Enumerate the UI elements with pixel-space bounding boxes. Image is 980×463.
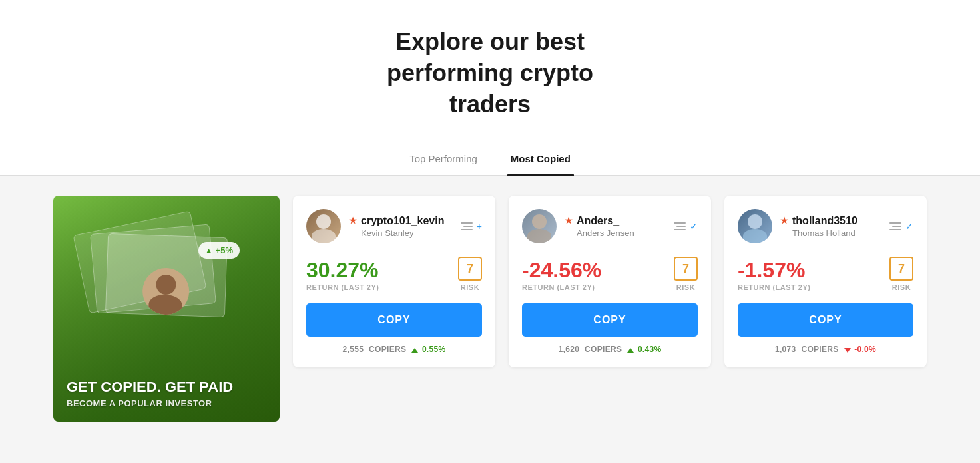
trader-info-1: ★ Anders_ Anders Jensen <box>522 209 634 243</box>
risk-label-1: RISK <box>674 283 698 291</box>
return-label-2: RETURN (LAST 2Y) <box>738 283 810 291</box>
menu-line-3b <box>889 229 901 230</box>
avatar-head-0 <box>316 214 331 229</box>
menu-line-2a <box>676 226 686 227</box>
menu-line-3 <box>461 229 473 230</box>
trader-avatar-2 <box>738 209 772 243</box>
trader-name-block-1: ★ Anders_ Anders Jensen <box>565 215 634 238</box>
tab-top-performing[interactable]: Top Performing <box>406 146 481 175</box>
trader-header-2: ★ tholland3510 Thomas Holland ✓ <box>738 209 913 243</box>
trader-card-2: ★ tholland3510 Thomas Holland ✓ <box>724 196 927 367</box>
trader-username-0: ★ crypto101_kevin <box>349 215 444 227</box>
main-title: Explore our best performing crypto trade… <box>13 27 967 120</box>
star-icon-1: ★ <box>565 216 573 226</box>
star-icon-2: ★ <box>780 216 788 226</box>
copiers-change-2: -0.0% <box>844 345 877 354</box>
arrow-up-icon-0 <box>411 348 418 353</box>
menu-check-icon-1: ✓ <box>690 221 698 232</box>
return-label-1: RETURN (LAST 2Y) <box>522 283 601 291</box>
risk-badge-2: 7 <box>889 257 913 281</box>
trader-header-1: ★ Anders_ Anders Jensen ✓ <box>522 209 698 243</box>
trader-name-block-0: ★ crypto101_kevin Kevin Stanley <box>349 215 444 238</box>
menu-check-icon-2: ✓ <box>905 221 913 232</box>
arrow-down-icon-2 <box>844 348 851 353</box>
content-area: ▲ +5% GET COPIED. GET PAID BECOME A POPU… <box>0 176 980 463</box>
avatar-person-1 <box>522 209 557 243</box>
banner-subtitle: BECOME A POPULAR INVESTOR <box>67 398 266 408</box>
trader-stats-1: -24.56% RETURN (LAST 2Y) 7 RISK <box>522 257 698 291</box>
menu-lines-2 <box>889 222 901 230</box>
avatar-body-2 <box>743 229 767 243</box>
menu-line-1b <box>889 222 901 224</box>
trader-info-2: ★ tholland3510 Thomas Holland <box>738 209 858 243</box>
return-block-0: 30.27% RETURN (LAST 2Y) <box>306 259 379 291</box>
trader-realname-1: Anders Jensen <box>577 228 634 238</box>
trader-avatar-1 <box>522 209 557 243</box>
star-icon-0: ★ <box>349 216 357 226</box>
trader-avatar-0 <box>306 209 341 243</box>
trader-username-2: ★ tholland3510 <box>780 215 858 227</box>
menu-line-2b <box>892 226 901 227</box>
trader-realname-0: Kevin Stanley <box>361 228 444 238</box>
trader-info-0: ★ crypto101_kevin Kevin Stanley <box>306 209 444 243</box>
header-section: Explore our best performing crypto trade… <box>0 0 980 133</box>
avatar-person-0 <box>306 209 341 243</box>
page-wrapper: Explore our best performing crypto trade… <box>0 0 980 463</box>
banner-text: GET COPIED. GET PAID BECOME A POPULAR IN… <box>67 379 266 408</box>
tabs-container: Top Performing Most Copied <box>0 133 980 176</box>
banner-card: ▲ +5% GET COPIED. GET PAID BECOME A POPU… <box>53 196 280 422</box>
risk-badge-0: 7 <box>458 257 482 281</box>
banner-title: GET COPIED. GET PAID <box>67 379 266 396</box>
avatar-head-1 <box>532 214 547 229</box>
menu-lines-1 <box>674 222 686 230</box>
copy-button-0[interactable]: COPY <box>306 303 482 337</box>
trader-card-0: ★ crypto101_kevin Kevin Stanley + <box>293 196 495 367</box>
trader-menu-icon-2[interactable]: ✓ <box>889 221 913 232</box>
copiers-change-1: 0.43% <box>627 345 661 354</box>
avatar-person-2 <box>738 209 772 243</box>
profit-arrow-icon: ▲ <box>205 246 213 255</box>
return-label-0: RETURN (LAST 2Y) <box>306 283 379 291</box>
menu-line-2 <box>463 226 473 227</box>
trader-realname-2: Thomas Holland <box>792 228 858 238</box>
menu-line-1a <box>674 222 686 224</box>
risk-label-0: RISK <box>458 283 482 291</box>
return-block-1: -24.56% RETURN (LAST 2Y) <box>522 259 601 291</box>
trader-name-block-2: ★ tholland3510 Thomas Holland <box>780 215 858 238</box>
menu-line-3a <box>674 229 686 230</box>
return-block-2: -1.57% RETURN (LAST 2Y) <box>738 259 810 291</box>
trader-menu-icon-1[interactable]: ✓ <box>674 221 698 232</box>
copiers-info-2: 1,073 COPIERS -0.0% <box>738 345 913 354</box>
menu-plus-icon: + <box>477 221 482 232</box>
banner-visual: ▲ +5% <box>73 209 260 355</box>
trader-card-1: ★ Anders_ Anders Jensen ✓ <box>509 196 711 367</box>
arrow-up-icon-1 <box>627 348 634 353</box>
copiers-info-0: 2,555 COPIERS 0.55% <box>306 345 482 354</box>
copiers-info-1: 1,620 COPIERS 0.43% <box>522 345 698 354</box>
return-value-2: -1.57% <box>738 259 810 281</box>
menu-line-1 <box>461 222 473 224</box>
risk-block-2: 7 RISK <box>889 257 913 291</box>
risk-block-0: 7 RISK <box>458 257 482 291</box>
trader-username-1: ★ Anders_ <box>565 215 634 227</box>
trader-menu-icon-0[interactable]: + <box>461 221 482 232</box>
avatar-body-0 <box>312 229 336 243</box>
trader-header-0: ★ crypto101_kevin Kevin Stanley + <box>306 209 482 243</box>
avatar-body-1 <box>527 229 551 243</box>
profit-badge: ▲ +5% <box>198 242 240 259</box>
risk-label-2: RISK <box>889 283 913 291</box>
tab-most-copied[interactable]: Most Copied <box>507 146 574 175</box>
copiers-change-0: 0.55% <box>411 345 445 354</box>
return-value-0: 30.27% <box>306 259 379 281</box>
return-value-1: -24.56% <box>522 259 601 281</box>
trader-stats-0: 30.27% RETURN (LAST 2Y) 7 RISK <box>306 257 482 291</box>
copy-button-1[interactable]: COPY <box>522 303 698 337</box>
risk-badge-1: 7 <box>674 257 698 281</box>
menu-lines-0 <box>461 222 473 230</box>
copy-button-2[interactable]: COPY <box>738 303 913 337</box>
avatar-head-2 <box>748 214 762 229</box>
risk-block-1: 7 RISK <box>674 257 698 291</box>
trader-stats-2: -1.57% RETURN (LAST 2Y) 7 RISK <box>738 257 913 291</box>
